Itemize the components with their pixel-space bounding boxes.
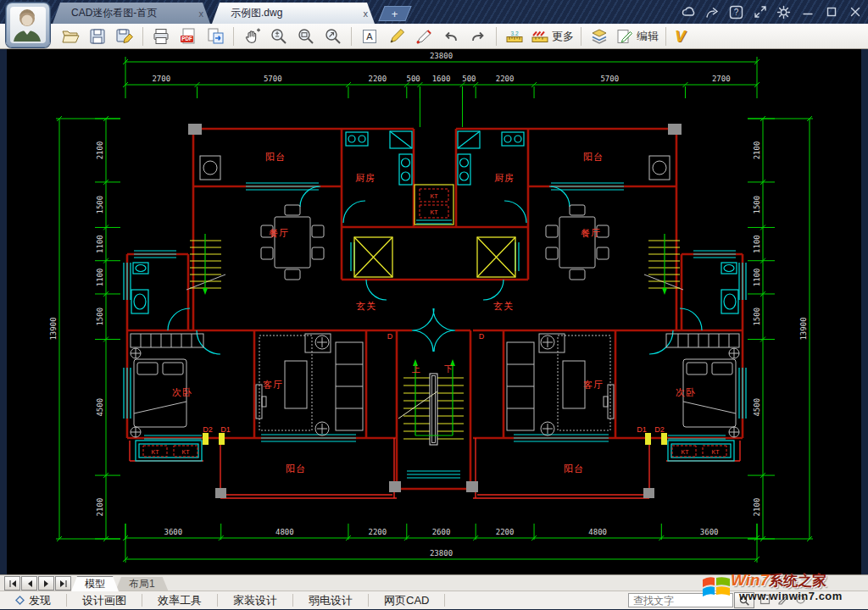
svg-text:1500: 1500 <box>753 196 761 214</box>
svg-text:KT: KT <box>431 209 439 215</box>
statusbar-item-discover[interactable]: 发现 <box>0 594 67 607</box>
diamond-icon <box>15 596 25 605</box>
layers-button[interactable] <box>587 25 612 47</box>
tab-home[interactable]: CAD迷你看图-首页 x <box>53 3 210 24</box>
more-tools-label: 更多 <box>552 29 574 44</box>
svg-text:2200: 2200 <box>369 528 387 536</box>
next-sheet-button[interactable] <box>38 576 54 591</box>
tab-home-label: CAD迷你看图-首页 <box>71 6 157 20</box>
svg-text:1500: 1500 <box>96 308 104 326</box>
print-button[interactable] <box>148 25 174 47</box>
svg-text:KT: KT <box>431 193 439 199</box>
tab-drawing[interactable]: 示例图.dwg x <box>212 3 375 24</box>
balcony-rails <box>130 438 397 498</box>
titlebar: CAD迷你看图-首页 x 示例图.dwg x + ? <box>0 0 868 24</box>
svg-text:KT: KT <box>682 449 690 455</box>
help-icon[interactable]: ? <box>728 4 744 20</box>
app-window: CAD迷你看图-首页 x 示例图.dwg x + ? <box>0 0 868 610</box>
zoom-extents-tool[interactable] <box>320 25 346 47</box>
more-tools-button[interactable]: 更多 <box>529 25 576 47</box>
svg-text:上: 上 <box>411 364 420 374</box>
svg-text:阳台: 阳台 <box>583 152 604 162</box>
svg-text:A: A <box>366 31 373 42</box>
prev-sheet-button[interactable] <box>21 576 37 591</box>
statusbar-item-home-design[interactable]: 家装设计 <box>218 594 293 607</box>
svg-text:2200: 2200 <box>496 528 515 536</box>
equipment-shaft <box>415 185 453 225</box>
statusbar-item-efficiency-tools[interactable]: 效率工具 <box>142 594 218 607</box>
svg-text:D2: D2 <box>203 425 213 434</box>
svg-text:1600: 1600 <box>432 75 451 83</box>
export-pdf-button[interactable]: PDF <box>175 25 201 47</box>
svg-text:客厅: 客厅 <box>263 380 283 390</box>
measure-tool[interactable]: 3.2 <box>502 25 527 47</box>
sheet-tab-bar: 模型 布局1 <box>0 574 868 591</box>
last-sheet-button[interactable] <box>55 576 71 591</box>
find-text-input[interactable] <box>628 593 733 607</box>
open-button[interactable] <box>58 25 83 47</box>
svg-text:1500: 1500 <box>753 308 761 326</box>
svg-text:1100: 1100 <box>96 235 104 253</box>
marker-tool[interactable] <box>411 25 437 47</box>
pan-tool[interactable] <box>239 25 264 47</box>
pencil-tool[interactable] <box>384 25 409 47</box>
svg-text:KT: KT <box>152 449 160 455</box>
first-sheet-button[interactable] <box>4 576 20 591</box>
main-toolbar: PDF A 3.2 更多 编辑 V <box>0 24 868 49</box>
statusbar-item-low-voltage-design[interactable]: 弱电设计 <box>293 594 369 607</box>
cloud-icon[interactable] <box>681 4 697 20</box>
share-icon[interactable] <box>704 4 721 20</box>
stair-core <box>389 308 478 492</box>
svg-text:4800: 4800 <box>588 528 607 536</box>
save-as-button[interactable] <box>112 25 137 47</box>
svg-text:厨房: 厨房 <box>494 173 515 183</box>
unit-stair <box>190 234 221 295</box>
svg-text:D1: D1 <box>637 425 647 434</box>
svg-text:4800: 4800 <box>275 528 294 536</box>
edit-button[interactable]: 编辑 <box>614 25 660 47</box>
sheet-tab-model[interactable]: 模型 <box>71 576 119 591</box>
close-button[interactable] <box>847 4 863 20</box>
fullscreen-icon[interactable] <box>752 4 768 20</box>
svg-text:?: ? <box>734 8 739 17</box>
search-button[interactable] <box>734 592 754 608</box>
svg-text:厨房: 厨房 <box>355 173 376 183</box>
text-tool[interactable]: A <box>357 25 382 47</box>
convert-button[interactable] <box>203 25 228 47</box>
statusbar-extra-icons[interactable] <box>760 594 806 605</box>
svg-text:阳台: 阳台 <box>265 152 286 162</box>
zoom-in-out-tool[interactable] <box>266 25 292 47</box>
svg-text:500: 500 <box>406 75 420 83</box>
svg-text:13900: 13900 <box>799 317 808 340</box>
svg-text:4500: 4500 <box>753 398 761 417</box>
furniture <box>131 156 363 437</box>
sheet-tab-layout1[interactable]: 布局1 <box>115 577 169 591</box>
new-tab-button[interactable]: + <box>378 6 411 21</box>
save-button[interactable] <box>85 25 110 47</box>
svg-text:5700: 5700 <box>600 75 619 83</box>
svg-text:1500: 1500 <box>96 196 104 214</box>
svg-text:D: D <box>387 332 393 341</box>
svg-text:3600: 3600 <box>164 528 183 536</box>
zoom-window-tool[interactable] <box>293 25 319 47</box>
tab-drawing-close-icon[interactable]: x <box>352 8 369 19</box>
statusbar-item-design-draw[interactable]: 设计画图 <box>67 594 142 607</box>
svg-text:次卧: 次卧 <box>172 387 192 397</box>
sheet-nav <box>4 576 71 591</box>
redo-button[interactable] <box>465 25 491 47</box>
minimize-button[interactable] <box>799 4 815 20</box>
svg-text:D: D <box>479 332 485 341</box>
user-avatar[interactable] <box>6 3 50 47</box>
status-bar: 发现 设计画图 效率工具 家装设计 弱电设计 网页CAD <box>0 591 868 610</box>
statusbar-item-web-cad[interactable]: 网页CAD <box>369 594 445 607</box>
search-icon <box>738 595 750 607</box>
settings-icon[interactable] <box>776 4 792 20</box>
maximize-button[interactable] <box>823 4 839 20</box>
svg-text:2600: 2600 <box>432 528 451 536</box>
svg-text:玄关: 玄关 <box>356 301 376 311</box>
tab-home-close-icon[interactable]: x <box>187 8 204 19</box>
drawing-canvas[interactable]: 2380027005700220050016005002200570027003… <box>7 49 861 574</box>
svg-text:2100: 2100 <box>753 498 761 517</box>
svg-text:下: 下 <box>444 364 453 374</box>
undo-button[interactable] <box>438 25 464 47</box>
